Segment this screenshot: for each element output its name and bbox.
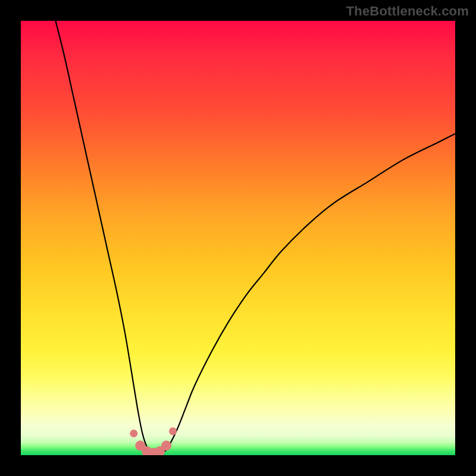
plot-area [21,21,455,455]
chart-stage: TheBottleneck.com [0,0,476,476]
highlight-dots [130,427,177,455]
highlight-dot [161,440,171,450]
watermark-text: TheBottleneck.com [346,4,469,19]
curve-svg [21,21,455,455]
bottleneck-curve [55,21,455,453]
highlight-dot [169,427,177,435]
highlight-dot [130,430,137,437]
